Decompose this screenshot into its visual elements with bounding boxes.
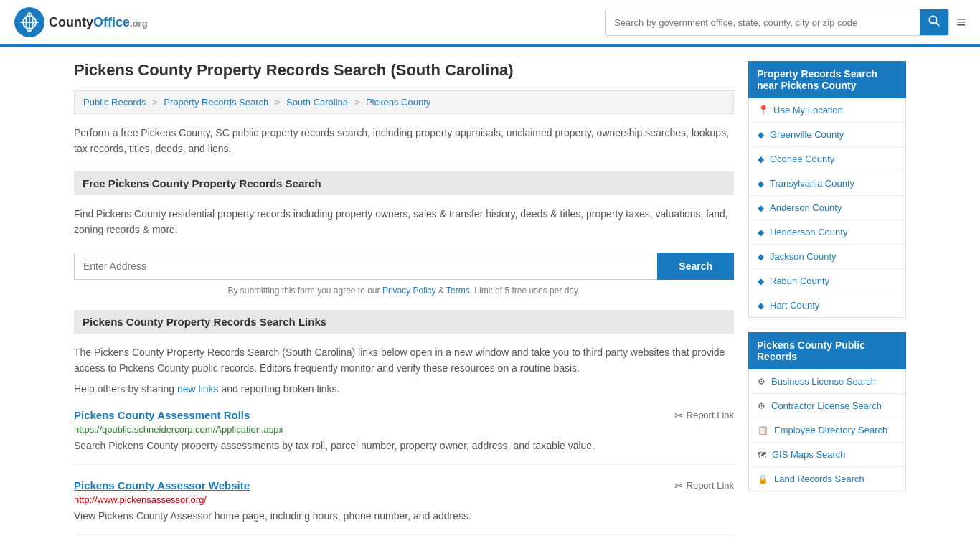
link-desc-0: Search Pickens County property assessmen…: [74, 438, 734, 453]
link-url-1[interactable]: http://www.pickensassessor.org/: [74, 494, 734, 505]
menu-icon[interactable]: ≡: [956, 13, 966, 32]
new-links-link[interactable]: new links: [177, 383, 219, 395]
pub-icon-1: ⚙: [758, 401, 765, 411]
sidebar-public-records-links: ⚙Business License Search⚙Contractor Lice…: [748, 369, 906, 491]
sidebar-pub-link-0[interactable]: ⚙Business License Search: [749, 369, 905, 394]
links-section-header: Pickens County Property Records Search L…: [74, 310, 734, 334]
link-title-0[interactable]: Pickens County Assessment Rolls: [74, 409, 250, 421]
nearby-label-1: Oconee County: [770, 154, 834, 164]
sidebar-pub-link-1[interactable]: ⚙Contractor License Search: [749, 394, 905, 418]
public-links-list: ⚙Business License Search⚙Contractor Lice…: [749, 369, 905, 491]
sidebar: Property Records Search near Pickens Cou…: [748, 61, 906, 550]
logo-icon: [14, 7, 44, 37]
main-container: Pickens County Property Records Search (…: [60, 47, 920, 551]
link-item-header-0: Pickens County Assessment Rolls ✂ Report…: [74, 409, 734, 421]
nearby-links-list: ◆Greenville County◆Oconee County◆Transyl…: [749, 123, 905, 317]
nearby-label-2: Transylvania County: [770, 178, 854, 189]
nearby-label-5: Jackson County: [770, 251, 837, 262]
report-link-0[interactable]: ✂ Report Link: [674, 410, 734, 421]
sidebar-nearby-link-2[interactable]: ◆Transylvania County: [749, 171, 905, 196]
nearby-icon-7: ◆: [758, 301, 764, 311]
logo-text: CountyOffice.org: [49, 15, 148, 30]
pub-icon-3: 🗺: [758, 450, 766, 460]
sidebar-nearby-link-1[interactable]: ◆Oconee County: [749, 147, 905, 171]
nearby-icon-0: ◆: [758, 130, 764, 140]
address-input[interactable]: [74, 253, 657, 280]
links-list: Pickens County Assessment Rolls ✂ Report…: [74, 409, 734, 535]
privacy-policy-link[interactable]: Privacy Policy: [382, 286, 436, 296]
sidebar-nearby-link-7[interactable]: ◆Hart County: [749, 293, 905, 317]
pub-label-1: Contractor License Search: [771, 400, 882, 411]
sidebar-public-records-header: Pickens County Public Records: [748, 332, 906, 369]
pub-label-4: Land Records Search: [774, 474, 864, 484]
link-item: Pickens County Assessment Rolls ✂ Report…: [74, 409, 734, 465]
link-url-0[interactable]: https://qpublic.schneidercorp.com/Applic…: [74, 424, 734, 435]
page-description: Perform a free Pickens County, SC public…: [74, 125, 734, 157]
nearby-label-0: Greenville County: [770, 129, 844, 140]
nearby-icon-2: ◆: [758, 179, 764, 189]
nearby-icon-3: ◆: [758, 203, 764, 213]
use-location-label: Use My Location: [773, 105, 843, 116]
pub-label-3: GIS Maps Search: [772, 449, 846, 460]
report-icon-0: ✂: [674, 410, 683, 421]
breadcrumb-sep-3: >: [354, 97, 362, 108]
links-section-description: The Pickens County Property Records Sear…: [74, 344, 734, 377]
svg-line-6: [936, 23, 940, 27]
location-pin-icon: 📍: [758, 105, 769, 116]
sidebar-nearby-link-0[interactable]: ◆Greenville County: [749, 123, 905, 147]
breadcrumb-pickens-county[interactable]: Pickens County: [366, 97, 430, 108]
free-search-description: Find Pickens County residential property…: [74, 206, 734, 238]
nearby-icon-6: ◆: [758, 276, 764, 286]
sidebar-nearby-link-4[interactable]: ◆Henderson County: [749, 220, 905, 245]
address-search-form: Search: [74, 253, 734, 280]
header-search-bar: [605, 9, 949, 36]
link-item: Pickens County Assessor Website ✂ Report…: [74, 479, 734, 535]
search-button[interactable]: Search: [657, 253, 734, 280]
nearby-icon-1: ◆: [758, 154, 764, 164]
sidebar-nearby-link-3[interactable]: ◆Anderson County: [749, 196, 905, 220]
share-links-text: Help others by sharing new links and rep…: [74, 383, 734, 395]
sidebar-nearby-link-6[interactable]: ◆Rabun County: [749, 269, 905, 293]
svg-point-5: [930, 17, 937, 24]
sidebar-nearby-links: 📍 Use My Location ◆Greenville County◆Oco…: [748, 98, 906, 318]
breadcrumb-sep-1: >: [152, 97, 160, 108]
use-my-location[interactable]: 📍 Use My Location: [749, 98, 905, 123]
link-desc-1: View Pickens County Assessor home page, …: [74, 509, 734, 524]
sidebar-nearby-header: Property Records Search near Pickens Cou…: [748, 61, 906, 98]
nearby-icon-5: ◆: [758, 252, 764, 262]
pub-label-2: Employee Directory Search: [774, 425, 887, 435]
breadcrumb-sep-2: >: [275, 97, 283, 108]
pub-icon-4: 🔒: [758, 474, 768, 484]
header-search-button[interactable]: [920, 9, 948, 35]
nearby-label-6: Rabun County: [770, 276, 829, 286]
nearby-label-7: Hart County: [770, 300, 819, 311]
breadcrumb-property-records[interactable]: Property Records Search: [164, 97, 268, 108]
pub-icon-2: 📋: [758, 425, 768, 435]
sidebar-nearby-link-5[interactable]: ◆Jackson County: [749, 245, 905, 269]
page-title: Pickens County Property Records Search (…: [74, 61, 734, 80]
breadcrumb: Public Records > Property Records Search…: [74, 90, 734, 114]
report-icon-1: ✂: [674, 480, 683, 491]
header-search-input[interactable]: [606, 11, 920, 34]
header-right: ≡: [605, 9, 966, 36]
sidebar-pub-link-4[interactable]: 🔒Land Records Search: [749, 467, 905, 491]
form-notice: By submitting this form you agree to our…: [74, 286, 734, 296]
logo-area: CountyOffice.org: [14, 7, 148, 37]
link-item-header-1: Pickens County Assessor Website ✂ Report…: [74, 479, 734, 491]
nearby-label-4: Henderson County: [770, 227, 847, 237]
sidebar-pub-link-3[interactable]: 🗺GIS Maps Search: [749, 443, 905, 467]
link-title-1[interactable]: Pickens County Assessor Website: [74, 479, 250, 491]
content-area: Pickens County Property Records Search (…: [74, 61, 734, 550]
breadcrumb-south-carolina[interactable]: South Carolina: [286, 97, 348, 108]
report-link-1[interactable]: ✂ Report Link: [674, 480, 734, 491]
nearby-label-3: Anderson County: [770, 202, 842, 213]
pub-label-0: Business License Search: [771, 376, 876, 387]
sidebar-pub-link-2[interactable]: 📋Employee Directory Search: [749, 418, 905, 443]
header: CountyOffice.org ≡: [0, 0, 980, 47]
terms-link[interactable]: Terms: [446, 286, 470, 296]
pub-icon-0: ⚙: [758, 377, 765, 387]
breadcrumb-public-records[interactable]: Public Records: [83, 97, 146, 108]
free-search-section-header: Free Pickens County Property Records Sea…: [74, 171, 734, 195]
nearby-icon-4: ◆: [758, 227, 764, 237]
